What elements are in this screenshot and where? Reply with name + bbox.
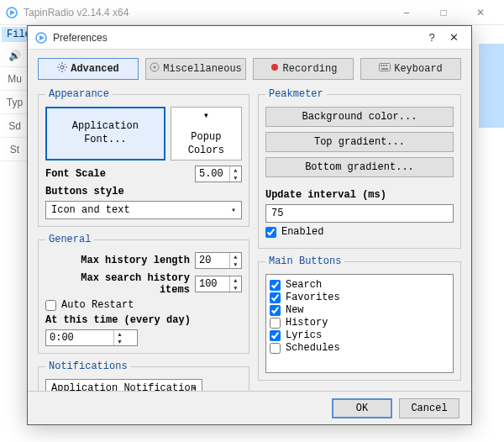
close-button[interactable]: ✕ bbox=[462, 1, 499, 24]
tab-label: Miscellaneous bbox=[163, 63, 242, 75]
main-buttons-item[interactable]: Favorites bbox=[270, 292, 449, 303]
spinner-up-icon[interactable]: ▲ bbox=[114, 330, 125, 338]
auto-restart-checkbox[interactable] bbox=[45, 300, 56, 311]
notifications-group: Notifications Application Notification ▾ bbox=[38, 360, 249, 391]
peakmeter-group: Peakmeter Background color... Top gradie… bbox=[258, 88, 461, 249]
sidebar-item[interactable]: 🔊 bbox=[0, 44, 29, 67]
main-buttons-item[interactable]: New bbox=[270, 304, 449, 316]
spinner-down-icon[interactable]: ▼ bbox=[230, 284, 241, 292]
max-history-input[interactable] bbox=[196, 255, 229, 266]
keyboard-icon bbox=[379, 63, 391, 75]
main-buttons-item[interactable]: Search bbox=[270, 279, 449, 291]
main-buttons-checkbox[interactable] bbox=[270, 343, 281, 354]
svg-marker-1 bbox=[10, 10, 15, 15]
sidebar-item[interactable]: Typ bbox=[0, 91, 29, 114]
spinner-down-icon[interactable]: ▼ bbox=[114, 338, 125, 345]
right-panel bbox=[479, 44, 504, 128]
main-buttons-checkbox[interactable] bbox=[270, 305, 281, 316]
select-value: Application Notification bbox=[51, 382, 197, 391]
tab-label: Advanced bbox=[71, 63, 119, 75]
minimize-button[interactable]: ‒ bbox=[388, 1, 425, 24]
main-sidebar: 🔊 Mu Typ Sd St bbox=[0, 44, 30, 424]
gear-icon bbox=[57, 62, 67, 76]
main-buttons-item[interactable]: History bbox=[270, 317, 449, 329]
font-scale-label: Font Scale bbox=[45, 168, 190, 180]
main-buttons-group: Main Buttons SearchFavoritesNewHistoryLy… bbox=[258, 255, 461, 381]
button-label: Application Font... bbox=[72, 120, 139, 146]
svg-rect-20 bbox=[381, 68, 388, 70]
chevron-down-icon: ▾ bbox=[192, 383, 197, 391]
main-buttons-listbox[interactable]: SearchFavoritesNewHistoryLyricsSchedules bbox=[265, 274, 454, 373]
main-buttons-item-label: New bbox=[286, 304, 304, 316]
main-buttons-item-label: Search bbox=[286, 279, 322, 291]
ok-button[interactable]: OK bbox=[332, 398, 392, 418]
enabled-label: Enabled bbox=[281, 226, 323, 238]
svg-point-4 bbox=[60, 66, 64, 69]
chevron-down-icon: ▾ bbox=[231, 205, 236, 215]
sidebar-item[interactable]: Sd bbox=[0, 114, 29, 138]
main-buttons-checkbox[interactable] bbox=[270, 330, 281, 341]
main-buttons-item-label: History bbox=[286, 317, 328, 329]
dialog-footer: OK Cancel bbox=[28, 391, 471, 424]
close-button[interactable]: ✕ bbox=[443, 31, 465, 44]
enabled-checkbox[interactable] bbox=[265, 227, 276, 238]
tab-miscellaneous[interactable]: Miscellaneous bbox=[145, 58, 246, 80]
tab-label: Recording bbox=[283, 63, 338, 75]
buttons-style-label: Buttons style bbox=[45, 186, 242, 197]
preferences-dialog: Preferences ? ✕ Advanced Miscellaneous R… bbox=[27, 25, 472, 425]
group-legend: General bbox=[45, 234, 94, 245]
svg-point-15 bbox=[271, 64, 278, 71]
svg-point-14 bbox=[154, 66, 156, 69]
popup-colors-button[interactable]: ▾ Popup Colors bbox=[171, 107, 242, 160]
button-label: Popup Colors bbox=[171, 131, 241, 157]
font-scale-spinner[interactable]: ▲▼ bbox=[195, 166, 242, 182]
record-icon bbox=[270, 62, 280, 76]
help-button[interactable]: ? bbox=[421, 31, 443, 44]
tab-advanced[interactable]: Advanced bbox=[38, 58, 139, 80]
tab-keyboard[interactable]: Keyboard bbox=[360, 58, 461, 80]
spinner-down-icon[interactable]: ▼ bbox=[230, 174, 241, 182]
app-icon bbox=[5, 6, 18, 19]
max-search-input[interactable] bbox=[196, 278, 229, 290]
main-buttons-checkbox[interactable] bbox=[270, 318, 281, 329]
maximize-button[interactable]: □ bbox=[425, 1, 462, 24]
spinner-down-icon[interactable]: ▼ bbox=[230, 260, 241, 268]
chevron-down-icon: ▾ bbox=[203, 110, 209, 124]
max-history-label: Max history length bbox=[45, 255, 190, 266]
select-value: Icon and text bbox=[51, 204, 130, 216]
font-scale-input[interactable] bbox=[196, 168, 229, 180]
svg-rect-19 bbox=[386, 65, 387, 66]
top-gradient-button[interactable]: Top gradient... bbox=[265, 132, 454, 152]
main-titlebar: TapinRadio v2.14.4 x64 ‒ □ ✕ bbox=[0, 0, 504, 25]
dialog-titlebar: Preferences ? ✕ bbox=[28, 26, 471, 50]
max-search-label: Max search history items bbox=[45, 272, 190, 296]
bottom-gradient-button[interactable]: Bottom gradient... bbox=[265, 157, 454, 177]
application-font-button[interactable]: Application Font... bbox=[45, 107, 165, 160]
notification-type-select[interactable]: Application Notification ▾ bbox=[45, 379, 202, 391]
main-buttons-item[interactable]: Lyrics bbox=[270, 329, 449, 341]
main-buttons-checkbox[interactable] bbox=[270, 280, 281, 291]
background-color-button[interactable]: Background color... bbox=[265, 107, 454, 127]
main-buttons-item-label: Lyrics bbox=[286, 329, 322, 341]
group-legend: Peakmeter bbox=[265, 88, 327, 100]
sidebar-item[interactable]: St bbox=[0, 138, 29, 161]
tab-recording[interactable]: Recording bbox=[253, 58, 354, 80]
tab-label: Keyboard bbox=[394, 63, 443, 75]
sidebar-item[interactable]: Mu bbox=[0, 67, 29, 91]
time-input[interactable] bbox=[46, 332, 113, 344]
spinner-up-icon[interactable]: ▲ bbox=[230, 253, 241, 260]
main-buttons-checkbox[interactable] bbox=[270, 292, 281, 303]
buttons-style-select[interactable]: Icon and text ▾ bbox=[45, 201, 242, 219]
max-history-spinner[interactable]: ▲▼ bbox=[195, 252, 242, 269]
main-buttons-item[interactable]: Schedules bbox=[270, 342, 449, 354]
max-search-spinner[interactable]: ▲▼ bbox=[195, 276, 242, 292]
app-icon bbox=[34, 31, 48, 45]
svg-line-9 bbox=[59, 64, 60, 65]
spinner-up-icon[interactable]: ▲ bbox=[230, 276, 241, 284]
time-spinner[interactable]: ▲▼ bbox=[45, 329, 138, 346]
spinner-up-icon[interactable]: ▲ bbox=[230, 166, 241, 174]
appearance-group: Appearance Application Font... ▾ Popup C… bbox=[38, 88, 249, 227]
update-interval-input[interactable] bbox=[265, 204, 454, 223]
cancel-button[interactable]: Cancel bbox=[399, 398, 459, 418]
main-buttons-item-label: Schedules bbox=[286, 342, 340, 354]
